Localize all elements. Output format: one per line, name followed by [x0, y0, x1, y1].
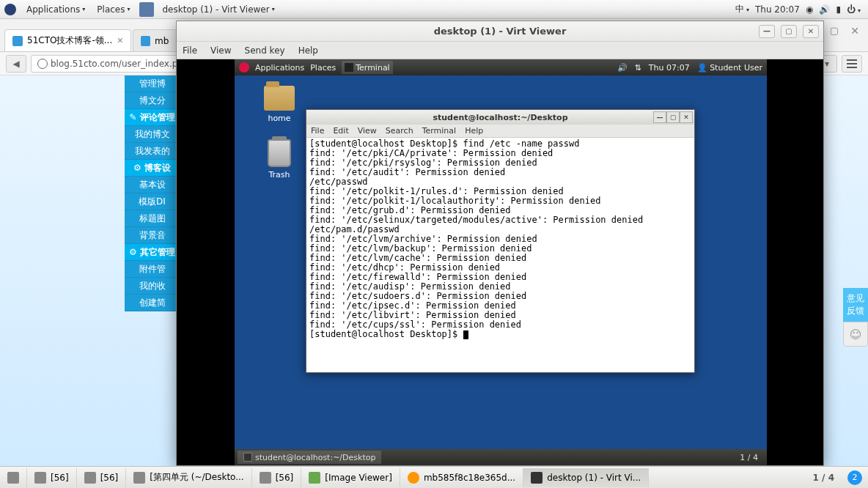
guest-places-menu[interactable]: Places: [310, 63, 336, 73]
sidebar-item[interactable]: 模版DI: [125, 193, 180, 210]
battery-icon[interactable]: ▮: [836, 4, 841, 15]
sidebar-item[interactable]: 背景音: [125, 227, 180, 244]
trash-icon[interactable]: Trash: [264, 139, 295, 180]
app-icon: [531, 472, 542, 484]
terminal-title-text: student@localhost:~/Desktop: [433, 113, 567, 122]
virt-display[interactable]: Applications Places Terminal 🔊 ⇅ Thu 07:…: [177, 59, 823, 465]
term-menu-file[interactable]: File: [311, 126, 324, 136]
app-icon: [133, 472, 145, 484]
term-close-button[interactable]: ✕: [680, 111, 693, 123]
sidebar-item[interactable]: ✎ 评论管理: [125, 109, 180, 126]
browser-tab-1[interactable]: 51CTO技术博客-领... ✕: [4, 29, 131, 51]
sidebar-item[interactable]: ⚙ 其它管理: [125, 244, 180, 261]
taskbar-item[interactable]: [56]: [252, 468, 302, 487]
sidebar-item[interactable]: 博文分: [125, 92, 180, 109]
guest-top-panel: Applications Places Terminal 🔊 ⇅ Thu 07:…: [235, 59, 767, 75]
task-label: desktop (1) - Virt Vi...: [547, 473, 641, 483]
back-button[interactable]: ◀: [6, 55, 26, 73]
term-menu-edit[interactable]: Edit: [333, 126, 348, 136]
power-icon[interactable]: ⏻▾: [847, 4, 861, 15]
term-menu-terminal[interactable]: Terminal: [422, 126, 457, 136]
taskbar-item[interactable]: mb585f8c18e365d...: [400, 468, 523, 487]
taskbar-item[interactable]: [Image Viewer]: [301, 468, 400, 487]
notification-badge[interactable]: 2: [847, 470, 862, 485]
favicon-icon: [12, 36, 23, 46]
new-window-icon[interactable]: ▢: [830, 25, 839, 36]
guest-desktop[interactable]: Applications Places Terminal 🔊 ⇅ Thu 07:…: [235, 59, 767, 465]
virt-menu-sendkey[interactable]: Send key: [245, 45, 285, 56]
term-menu-view[interactable]: View: [358, 126, 377, 136]
app-icon: [84, 472, 96, 484]
virt-menu-view[interactable]: View: [210, 45, 231, 56]
fedora-logo-icon: [4, 4, 16, 15]
guest-task-item[interactable]: student@localhost:~/Desktop: [238, 451, 381, 464]
task-label: [第四单元 (~/Deskto...: [150, 471, 243, 484]
favicon-icon: [141, 36, 150, 46]
sidebar-item[interactable]: 我的收: [125, 278, 180, 295]
taskbar-item[interactable]: desktop (1) - Virt Vi...: [523, 468, 649, 487]
guest-task-button[interactable]: Terminal: [342, 61, 393, 74]
input-method-indicator[interactable]: 中▾: [735, 3, 749, 15]
sidebar-item[interactable]: ⚙ 博客设: [125, 160, 180, 177]
taskbar-item[interactable]: [第四单元 (~/Deskto...: [126, 468, 251, 487]
volume-icon[interactable]: 🔊: [819, 4, 830, 15]
virt-menubar: File View Send key Help: [177, 42, 823, 59]
taskbar-item[interactable]: [56]: [27, 468, 77, 487]
terminal-icon: [345, 63, 353, 72]
virt-menu-help[interactable]: Help: [298, 45, 318, 56]
task-label: student@localhost:~/Desktop: [255, 453, 375, 462]
taskbar-item[interactable]: [0, 468, 27, 487]
task-icon[interactable]: [139, 2, 154, 17]
sidebar-item[interactable]: 标题图: [125, 210, 180, 227]
guest-apps-menu[interactable]: Applications: [255, 63, 304, 73]
clock[interactable]: Thu 20:07: [755, 4, 800, 15]
guest-user-menu[interactable]: 👤 Student User: [697, 63, 762, 73]
term-minimize-button[interactable]: —: [653, 111, 666, 123]
task-label: Terminal: [356, 63, 390, 73]
tab-title: mb: [155, 36, 169, 46]
wifi-icon[interactable]: ◉: [806, 4, 813, 15]
blog-sidebar: 管理博博文分✎ 评论管理我的博文我发表的⚙ 博客设基本设模版DI标题图背景音⚙ …: [125, 75, 180, 311]
minimize-button[interactable]: —: [759, 25, 775, 38]
applications-menu[interactable]: Applications: [21, 4, 91, 15]
sidebar-item[interactable]: 基本设: [125, 177, 180, 193]
taskbar-item[interactable]: [56]: [77, 468, 127, 487]
feedback-avatar-icon[interactable]: ☺: [843, 322, 868, 347]
task-label: [56]: [51, 473, 69, 483]
feedback-label[interactable]: 意见 反馈: [843, 288, 868, 322]
sidebar-item[interactable]: 我的博文: [125, 126, 180, 143]
sidebar-item[interactable]: 管理博: [125, 75, 180, 92]
window-title-menu[interactable]: desktop (1) - Virt Viewer: [157, 4, 281, 15]
folder-icon: [264, 86, 295, 111]
task-label: mb585f8c18e365d...: [424, 473, 515, 483]
close-window-icon[interactable]: ✕: [850, 25, 859, 37]
trash-can-icon: [268, 139, 291, 167]
host-workspace-pager[interactable]: 1 / 4: [806, 473, 842, 483]
maximize-button[interactable]: ▢: [781, 25, 797, 38]
tab-close-icon[interactable]: ✕: [117, 36, 123, 45]
menu-button[interactable]: [842, 55, 862, 73]
terminal-output[interactable]: [student@localhost Desktop]$ find /etc -…: [306, 138, 694, 372]
guest-network-icon[interactable]: ⇅: [635, 63, 641, 73]
guest-clock[interactable]: Thu 07:07: [649, 63, 690, 73]
sidebar-item[interactable]: 附件管: [125, 261, 180, 278]
close-button[interactable]: ✕: [803, 25, 819, 38]
term-menu-help[interactable]: Help: [465, 126, 483, 136]
browser-tab-2[interactable]: mb: [133, 29, 177, 51]
virt-titlebar[interactable]: desktop (1) - Virt Viewer — ▢ ✕: [177, 21, 823, 42]
host-top-panel: Applications Places desktop (1) - Virt V…: [0, 0, 868, 19]
sidebar-item[interactable]: 创建简: [125, 295, 180, 311]
guest-workspace-pager[interactable]: 1 / 4: [734, 453, 764, 462]
terminal-titlebar[interactable]: student@localhost:~/Desktop — ▢ ✕: [306, 110, 694, 125]
guest-bottom-panel: student@localhost:~/Desktop 1 / 4: [235, 449, 767, 465]
term-maximize-button[interactable]: ▢: [666, 111, 680, 123]
places-menu[interactable]: Places: [91, 4, 136, 15]
virt-menu-file[interactable]: File: [183, 45, 197, 56]
guest-volume-icon[interactable]: 🔊: [617, 63, 628, 73]
globe-icon: [37, 59, 48, 69]
sidebar-item[interactable]: 我发表的: [125, 143, 180, 160]
terminal-window: student@localhost:~/Desktop — ▢ ✕ File E…: [306, 109, 695, 373]
term-menu-search[interactable]: Search: [386, 126, 413, 136]
feedback-widget[interactable]: 意见 反馈 ☺: [843, 288, 868, 347]
home-folder-icon[interactable]: home: [264, 86, 295, 123]
